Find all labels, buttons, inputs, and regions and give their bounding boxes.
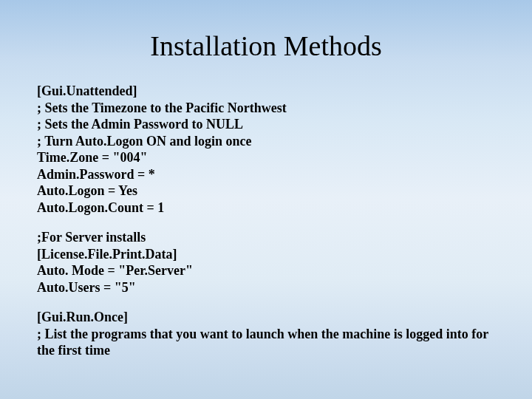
config-line: Auto.Logon.Count = 1 xyxy=(37,200,495,216)
config-line: [Gui.Run.Once] xyxy=(37,309,495,326)
spacer xyxy=(37,216,495,229)
slide: Installation Methods [Gui.Unattended] ; … xyxy=(0,0,532,381)
config-line: ;For Server installs xyxy=(37,229,495,246)
config-line: Admin.Password = * xyxy=(37,166,495,183)
config-line: ; List the programs that you want to lau… xyxy=(37,326,495,359)
config-line: Time.Zone = "004" xyxy=(37,149,495,166)
config-line: Auto. Mode = "Per.Server" xyxy=(37,262,495,279)
spacer xyxy=(37,296,495,309)
config-line: Auto.Users = "5" xyxy=(37,279,495,296)
body-text: [Gui.Unattended] ; Sets the Timezone to … xyxy=(37,83,495,359)
config-line: ; Sets the Admin Password to NULL xyxy=(37,116,495,133)
slide-title: Installation Methods xyxy=(37,30,495,62)
config-line: Auto.Logon = Yes xyxy=(37,183,495,200)
config-line: [Gui.Unattended] xyxy=(37,83,495,100)
config-line: [License.File.Print.Data] xyxy=(37,246,495,263)
config-line: ; Sets the Timezone to the Pacific North… xyxy=(37,100,495,117)
config-line: ; Turn Auto.Logon ON and login once xyxy=(37,133,495,150)
